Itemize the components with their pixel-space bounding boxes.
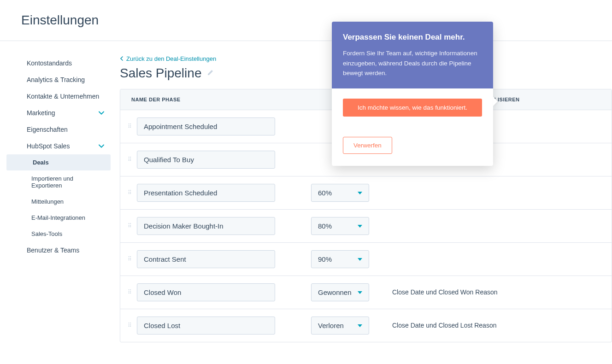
popover-primary-button[interactable]: Ich möchte wissen, wie das funktioniert. [343, 99, 482, 117]
probability-value: Gewonnen [318, 288, 352, 296]
stage-name-input[interactable] [137, 117, 275, 135]
stage-properties-text: Close Date und Closed Won Reason [392, 288, 498, 296]
sidebar-item-deals[interactable]: Deals [6, 154, 111, 170]
drag-handle-icon[interactable]: ⠿ [125, 125, 134, 128]
drag-handle-icon[interactable]: ⠿ [125, 291, 134, 294]
drag-handle-icon[interactable]: ⠿ [125, 258, 134, 260]
sidebar-item-sales-tools[interactable]: Sales-Tools [6, 226, 111, 242]
page-header: Einstellungen [0, 0, 612, 41]
sidebar-item-label: Benutzer & Teams [27, 247, 79, 254]
sidebar-item-kontostandards[interactable]: Kontostandards [6, 55, 111, 71]
probability-select[interactable]: 60% [311, 184, 369, 202]
table-row: ⠿VerlorenClose Date und Closed Lost Reas… [120, 309, 612, 342]
sidebar-item-label: HubSpot Sales [27, 142, 70, 150]
sidebar-item-label: E-Mail-Integrationen [31, 214, 85, 221]
sidebar-item-label: Importieren und Exportieren [31, 175, 104, 189]
stage-name-input[interactable] [137, 317, 275, 335]
sidebar-item-label: Sales-Tools [31, 230, 62, 237]
sidebar-item-label: Analytics & Tracking [27, 76, 85, 83]
sidebar-item-label: Eigenschaften [27, 126, 68, 133]
back-link[interactable]: Zurück zu den Deal-Einstellungen [120, 55, 216, 62]
sidebar-item-label: Marketing [27, 109, 55, 117]
probability-value: 60% [318, 189, 332, 197]
popover-dismiss-button[interactable]: Verwerfen [343, 137, 392, 154]
popover-header: Verpassen Sie keinen Deal mehr. Fordern … [332, 22, 493, 88]
sidebar-item-hubspot-sales[interactable]: HubSpot Sales [6, 138, 111, 154]
onboarding-popover: Verpassen Sie keinen Deal mehr. Fordern … [332, 22, 493, 166]
probability-value: 80% [318, 222, 332, 230]
drag-handle-icon[interactable]: ⠿ [125, 158, 134, 161]
popover-title: Verpassen Sie keinen Deal mehr. [343, 33, 482, 42]
stage-name-input[interactable] [137, 151, 275, 169]
caret-down-icon [358, 290, 362, 295]
stage-name-input[interactable] [137, 283, 275, 301]
caret-down-icon [358, 223, 362, 229]
main-content: Verpassen Sie keinen Deal mehr. Fordern … [111, 41, 612, 356]
sidebar-item-label: Mitteilungen [31, 198, 64, 205]
column-header-name: NAME DER PHASE [120, 89, 309, 110]
stage-properties-text: Close Date und Closed Lost Reason [392, 322, 496, 329]
popover-body: Ich möchte wissen, wie das funktioniert.… [332, 88, 493, 166]
sidebar-item-email-integrationen[interactable]: E-Mail-Integrationen [6, 210, 111, 226]
probability-select[interactable]: Verloren [311, 317, 369, 335]
table-row: ⠿80% [120, 210, 612, 243]
probability-select[interactable]: 90% [311, 250, 369, 268]
table-row: ⠿60% [120, 176, 612, 210]
sidebar: Kontostandards Analytics & Tracking Kont… [0, 41, 111, 356]
sidebar-item-label: Kontakte & Unternehmen [27, 93, 99, 100]
stage-name-input[interactable] [137, 184, 275, 202]
popover-arrow-icon [493, 97, 498, 106]
table-row: ⠿GewonnenClose Date und Closed Won Reaso… [120, 276, 612, 309]
sidebar-item-benutzer-teams[interactable]: Benutzer & Teams [6, 242, 111, 258]
layout: Kontostandards Analytics & Tracking Kont… [0, 41, 612, 356]
sidebar-item-label: Kontostandards [27, 59, 72, 67]
caret-down-icon [358, 323, 362, 328]
sidebar-item-kontakte[interactable]: Kontakte & Unternehmen [6, 88, 111, 105]
sidebar-item-label: Deals [33, 159, 49, 166]
sidebar-item-mitteilungen[interactable]: Mitteilungen [6, 194, 111, 210]
chevron-down-icon [99, 143, 104, 149]
drag-handle-icon[interactable]: ⠿ [125, 224, 134, 227]
probability-value: 90% [318, 255, 332, 263]
sidebar-item-import-export[interactable]: Importieren und Exportieren [6, 170, 111, 194]
sidebar-item-marketing[interactable]: Marketing [6, 105, 111, 121]
table-row: ⠿90% [120, 243, 612, 276]
pipeline-title: Sales Pipeline [120, 66, 201, 81]
drag-handle-icon[interactable]: ⠿ [125, 324, 134, 327]
drag-handle-icon[interactable]: ⠿ [125, 191, 134, 194]
chevron-left-icon [120, 56, 124, 61]
sidebar-item-eigenschaften[interactable]: Eigenschaften [6, 121, 111, 138]
chevron-down-icon [99, 110, 104, 116]
page-title: Einstellungen [21, 13, 591, 28]
probability-select[interactable]: Gewonnen [311, 283, 369, 301]
sidebar-item-analytics[interactable]: Analytics & Tracking [6, 71, 111, 88]
caret-down-icon [358, 257, 362, 262]
popover-body-text: Fordern Sie Ihr Team auf, wichtige Infor… [343, 48, 482, 78]
back-link-label: Zurück zu den Deal-Einstellungen [126, 55, 216, 62]
probability-select[interactable]: 80% [311, 217, 369, 235]
probability-value: Verloren [318, 322, 344, 329]
caret-down-icon [358, 190, 362, 195]
edit-pencil-icon[interactable] [207, 69, 214, 77]
stage-name-input[interactable] [137, 250, 275, 268]
stage-name-input[interactable] [137, 217, 275, 235]
